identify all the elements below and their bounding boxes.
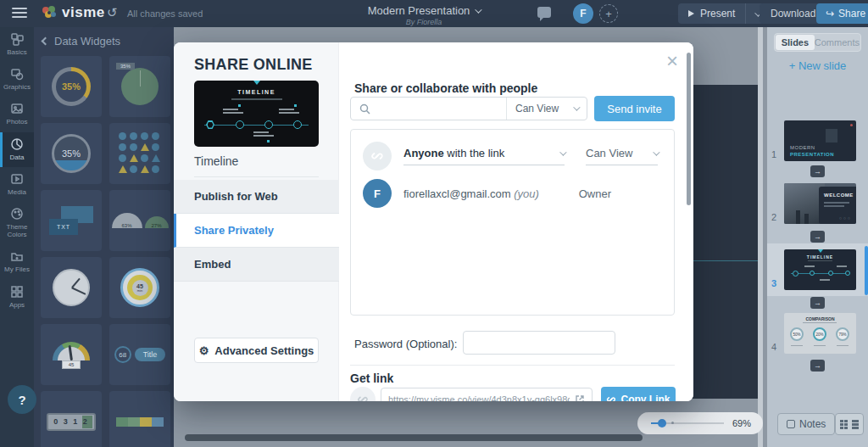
- canvas-slide[interactable]: [687, 85, 759, 399]
- sidebar-item-media[interactable]: Media: [0, 167, 34, 202]
- help-button[interactable]: ?: [8, 385, 36, 414]
- link-icon: [370, 149, 384, 163]
- view-toggle[interactable]: [835, 413, 864, 435]
- widget-segment-bar[interactable]: [109, 391, 170, 447]
- close-icon[interactable]: ×: [666, 51, 678, 71]
- pie-chart-icon: [10, 137, 24, 151]
- shapes-icon: [10, 67, 24, 81]
- menu-icon[interactable]: [12, 8, 27, 19]
- slide-transition-icon[interactable]: →: [810, 360, 825, 372]
- project-preview-thumbnail: TIMELINE: [194, 81, 319, 147]
- present-button[interactable]: Present: [678, 3, 746, 24]
- sidebar-item-my-files[interactable]: My Files: [0, 244, 34, 279]
- slide-thumbnail-3-selected[interactable]: TIMELINE: [784, 249, 856, 290]
- chevron-down-icon: [476, 6, 482, 13]
- widget-half-gauges[interactable]: 63% 27%: [109, 190, 170, 251]
- sidebar-item-theme-colors[interactable]: Theme Colors: [0, 202, 34, 244]
- invite-permission-select[interactable]: Can View: [506, 98, 587, 120]
- comments-icon[interactable]: [537, 7, 551, 18]
- nav-embed[interactable]: Embed: [174, 248, 339, 282]
- share-url-field[interactable]: https://my.visme.co/view/4d3n8x1y-qq6lx9…: [381, 388, 593, 401]
- widget-donut-gauge[interactable]: 35%: [41, 56, 102, 117]
- widget-pie-flag[interactable]: 35%: [109, 56, 170, 117]
- widget-text-boxes[interactable]: TXT: [41, 190, 102, 251]
- apps-grid-icon: [10, 285, 24, 299]
- left-sidebar: Basics Graphics Photos Data Media Theme …: [0, 27, 34, 447]
- user-avatar[interactable]: F: [573, 3, 593, 24]
- document-author: By Fiorella: [339, 18, 509, 26]
- nav-share-privately[interactable]: Share Privately: [174, 214, 339, 248]
- slide-row-4: 4 COMPARISON 50% 20% 79%: [767, 313, 868, 354]
- modal-right-panel: × Share or collaborate with people Can V…: [340, 42, 693, 401]
- owner-email: fiorellaxcl@gmail.com: [403, 187, 511, 200]
- send-invite-button[interactable]: Send invite: [594, 96, 675, 121]
- tab-comments[interactable]: Comments: [815, 35, 860, 50]
- share-button[interactable]: ↪ Share: [816, 3, 868, 24]
- link-permission-dropdown[interactable]: Can View: [586, 147, 658, 165]
- list-view-icon[interactable]: [852, 420, 859, 429]
- back-chevron-icon: [42, 37, 50, 46]
- grid-view-icon[interactable]: [840, 420, 848, 429]
- owner-role: Owner: [579, 187, 611, 200]
- invite-email-input[interactable]: [376, 103, 478, 115]
- tab-slides[interactable]: Slides: [776, 35, 815, 50]
- widget-clock[interactable]: [41, 257, 102, 318]
- undo-icon[interactable]: ↺: [107, 5, 118, 20]
- share-online-modal: SHARE ONLINE TIMELINE Timeli: [174, 42, 693, 401]
- chevron-down-icon: [559, 148, 566, 155]
- share-heading: Share or collaborate with people: [354, 81, 537, 95]
- sidebar-item-basics[interactable]: Basics: [0, 27, 34, 62]
- link-icon-circle: [350, 387, 376, 401]
- modal-scrollbar[interactable]: [687, 53, 691, 205]
- invite-search[interactable]: [351, 98, 506, 120]
- share-url: https://my.visme.co/view/4d3n8x1y-qq6lx9…: [388, 394, 570, 401]
- add-collaborator-button[interactable]: +: [599, 4, 618, 23]
- document-title-menu[interactable]: Modern Presentation: [368, 4, 481, 17]
- widget-liquid-gauge[interactable]: 35%: [41, 123, 102, 184]
- palette-icon: [10, 207, 24, 221]
- copy-link-button[interactable]: Copy Link: [601, 387, 676, 401]
- widget-pictograph[interactable]: [109, 123, 170, 184]
- slide-thumbnail-2[interactable]: WELCOME ○○○: [784, 183, 856, 224]
- visme-leaf-icon: [41, 5, 58, 20]
- external-link-icon[interactable]: [575, 394, 585, 401]
- widget-number-badge[interactable]: 68 Title: [109, 324, 170, 385]
- video-icon: [10, 172, 24, 186]
- slide-row-3: 3 TIMELINE: [767, 249, 868, 290]
- notes-button[interactable]: Notes: [777, 413, 835, 435]
- slide-transition-icon[interactable]: →: [810, 231, 825, 243]
- data-widgets-panel: Data Widgets 35% 35% 35% TXT 63% 27%: [34, 27, 174, 447]
- canvas-horizontal-scrollbar[interactable]: [185, 434, 643, 441]
- play-icon: [688, 10, 694, 17]
- zoom-slider-handle[interactable]: [658, 419, 666, 427]
- slide-row-2: 2 WELCOME ○○○: [767, 183, 868, 224]
- modal-title: SHARE ONLINE: [194, 56, 313, 74]
- chevron-down-icon: [653, 148, 659, 155]
- visme-logo[interactable]: visme: [41, 4, 105, 21]
- search-icon: [359, 103, 370, 115]
- gear-icon: ⚙: [199, 344, 209, 357]
- slide-thumbnail-4[interactable]: COMPARISON 50% 20% 79%: [784, 313, 856, 354]
- widgets-panel-header[interactable]: Data Widgets: [34, 27, 174, 53]
- sidebar-item-apps[interactable]: Apps: [0, 280, 34, 315]
- widget-odometer[interactable]: 0 3 1 2: [41, 391, 102, 447]
- slide-thumbnail-1[interactable]: MODERN PRESENTATION: [784, 120, 856, 161]
- nav-publish-for-web[interactable]: Publish for Web: [174, 180, 339, 214]
- new-slide-button[interactable]: + New slide: [767, 59, 868, 72]
- widget-speedometer[interactable]: 45: [41, 324, 102, 385]
- anyone-with-link-dropdown[interactable]: Anyone with the link: [403, 147, 565, 165]
- autosave-status: All changes saved: [127, 8, 203, 19]
- zoom-control: 69%: [637, 412, 763, 434]
- present-label: Present: [700, 8, 735, 20]
- canvas-vertical-scrollbar[interactable]: [758, 27, 763, 447]
- password-input[interactable]: [463, 331, 615, 355]
- blocks-icon: [10, 32, 24, 46]
- notes-icon: [787, 420, 795, 428]
- advanced-settings-button[interactable]: ⚙ Advanced Settings: [194, 338, 319, 363]
- sidebar-item-data[interactable]: Data: [0, 132, 34, 167]
- slide-transition-icon[interactable]: →: [810, 297, 825, 309]
- sidebar-item-photos[interactable]: Photos: [0, 97, 34, 131]
- slide-transition-icon[interactable]: →: [810, 165, 825, 177]
- widget-ring-timer[interactable]: 45min: [109, 257, 170, 318]
- sidebar-item-graphics[interactable]: Graphics: [0, 62, 34, 97]
